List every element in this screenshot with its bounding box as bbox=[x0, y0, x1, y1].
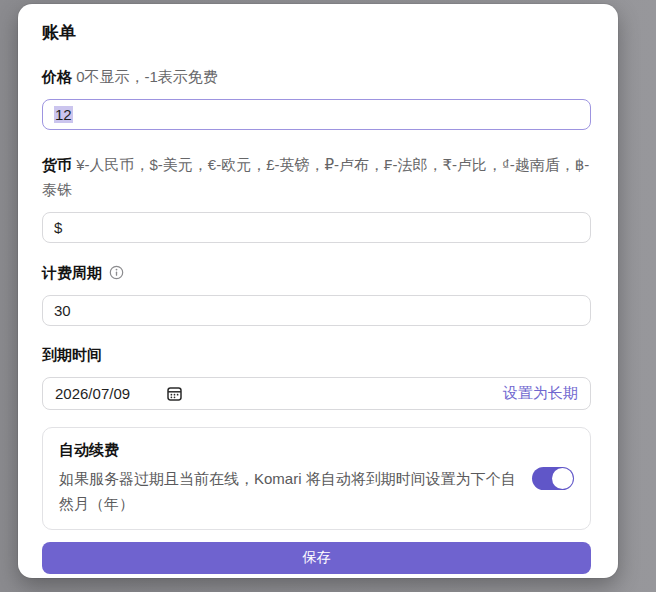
auto-renew-title: 自动续费 bbox=[59, 441, 518, 460]
auto-renew-card: 自动续费 如果服务器过期且当前在线，Komari 将自动将到期时间设置为下个自然… bbox=[42, 427, 591, 530]
expiry-label: 到期时间 bbox=[42, 346, 102, 363]
billing-cycle-input[interactable] bbox=[42, 295, 591, 326]
price-input[interactable]: 12 bbox=[42, 99, 591, 130]
billing-cycle-field: 计费周期 bbox=[42, 260, 591, 326]
price-field: 价格 0不显示，-1表示免费 12 bbox=[42, 64, 591, 130]
billing-cycle-label-row: 计费周期 bbox=[42, 260, 591, 285]
price-value: 12 bbox=[54, 106, 73, 123]
currency-input[interactable] bbox=[42, 212, 591, 243]
auto-renew-text: 自动续费 如果服务器过期且当前在线，Komari 将自动将到期时间设置为下个自然… bbox=[59, 441, 532, 516]
expiry-date-value: 2026/07/09 bbox=[55, 385, 130, 402]
currency-note: ¥-人民币，$-美元，€-欧元，£-英镑，₽-卢布，₣-法郎，₹-卢比，₫-越南… bbox=[42, 156, 589, 198]
dialog-title: 账单 bbox=[42, 22, 591, 44]
billing-dialog: 账单 价格 0不显示，-1表示免费 12 货币 ¥-人民币，$-美元，€-欧元，… bbox=[18, 4, 618, 578]
expiry-label-row: 到期时间 bbox=[42, 342, 591, 367]
auto-renew-toggle[interactable] bbox=[532, 467, 574, 490]
price-label-row: 价格 0不显示，-1表示免费 bbox=[42, 64, 591, 89]
currency-label: 货币 bbox=[42, 156, 72, 173]
currency-label-row: 货币 ¥-人民币，$-美元，€-欧元，£-英镑，₽-卢布，₣-法郎，₹-卢比，₫… bbox=[42, 152, 591, 202]
price-note: 0不显示，-1表示免费 bbox=[76, 68, 218, 85]
expiry-date-input[interactable]: 2026/07/09 设置为长期 bbox=[42, 377, 591, 410]
currency-field: 货币 ¥-人民币，$-美元，€-欧元，£-英镑，₽-卢布，₣-法郎，₹-卢比，₫… bbox=[42, 152, 591, 243]
calendar-icon[interactable] bbox=[166, 385, 183, 402]
price-label: 价格 bbox=[42, 68, 72, 85]
set-long-term-link[interactable]: 设置为长期 bbox=[503, 384, 578, 403]
expiry-field: 到期时间 2026/07/09 设置为长期 bbox=[42, 342, 591, 410]
toggle-knob-icon bbox=[552, 468, 573, 489]
billing-cycle-label: 计费周期 bbox=[42, 264, 102, 281]
info-circle-icon[interactable] bbox=[109, 265, 124, 280]
save-button[interactable]: 保存 bbox=[42, 542, 591, 574]
auto-renew-description: 如果服务器过期且当前在线，Komari 将自动将到期时间设置为下个自然月（年） bbox=[59, 466, 518, 516]
